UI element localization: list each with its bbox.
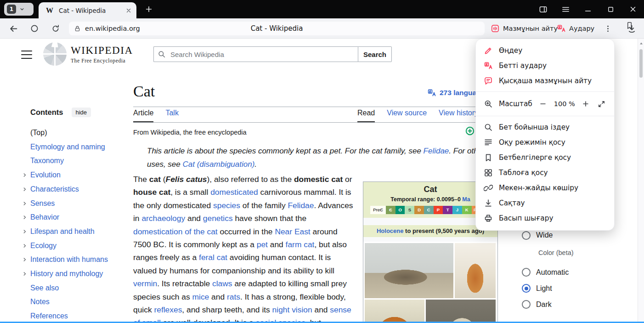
wiki-link[interactable]: rats bbox=[227, 292, 240, 301]
view-tab[interactable]: Read bbox=[357, 109, 375, 122]
wiki-link[interactable]: Felidae bbox=[288, 201, 314, 210]
chevron-right-icon[interactable] bbox=[22, 271, 28, 277]
toc-item[interactable]: Taxonomy bbox=[22, 154, 119, 168]
color-radio[interactable] bbox=[522, 284, 531, 293]
scrollbar[interactable] bbox=[638, 39, 644, 323]
wiki-link[interactable]: feral cat bbox=[199, 253, 227, 262]
wiki-link[interactable]: Cat (disambiguation) bbox=[183, 160, 255, 169]
maximize-button[interactable] bbox=[606, 5, 615, 14]
wiki-link[interactable]: vermin bbox=[133, 279, 157, 288]
new-tab-button[interactable] bbox=[143, 4, 154, 15]
holocene-link[interactable]: Holocene bbox=[377, 227, 404, 234]
browser-tab[interactable]: W Cat - Wikipedia bbox=[39, 2, 136, 18]
wiki-link[interactable]: night vision bbox=[272, 305, 312, 314]
wiki-link[interactable]: domesticated bbox=[210, 187, 258, 197]
color-option[interactable]: Automatic bbox=[522, 264, 569, 280]
wiki-link[interactable]: domestication of the cat bbox=[133, 227, 218, 236]
chevron-right-icon[interactable] bbox=[22, 215, 28, 220]
tab-counter-button[interactable]: 1 bbox=[4, 3, 34, 16]
ma-link[interactable]: Ma bbox=[462, 196, 470, 203]
wiki-link[interactable]: genetics bbox=[203, 214, 233, 223]
menu-item[interactable]: Басып шығару bbox=[476, 210, 614, 226]
toc-item[interactable]: Evolution bbox=[22, 168, 119, 182]
article-tab[interactable]: Article bbox=[133, 109, 153, 122]
address-bar[interactable]: en.wikipedia.org Cat - Wikipedia bbox=[69, 22, 485, 35]
toc-item[interactable]: Behavior bbox=[22, 210, 119, 225]
menu-item[interactable]: Сақтау bbox=[476, 195, 614, 210]
wiki-link[interactable]: species bbox=[213, 201, 240, 210]
wiki-link[interactable]: pet bbox=[257, 240, 268, 249]
zoom-in-button[interactable] bbox=[581, 98, 591, 109]
chevron-right-icon[interactable] bbox=[22, 243, 28, 249]
color-radio[interactable] bbox=[522, 268, 531, 277]
toc-item[interactable]: (Top) bbox=[22, 126, 119, 140]
toc-item[interactable]: References bbox=[22, 309, 119, 323]
minimize-button[interactable] bbox=[583, 5, 593, 14]
browser-menu-icon[interactable] bbox=[561, 5, 570, 14]
search-box[interactable] bbox=[153, 46, 358, 62]
translate-button[interactable]: Аудару bbox=[557, 23, 594, 34]
wiki-link[interactable]: Near East bbox=[275, 227, 310, 236]
toc-item[interactable]: Characteristics bbox=[22, 182, 119, 197]
toc-item[interactable]: Notes bbox=[22, 295, 119, 309]
sidebar-panel-icon[interactable] bbox=[538, 5, 548, 14]
wiki-link[interactable]: mice bbox=[192, 292, 209, 301]
menu-item[interactable]: Бетбелгілерге қосу bbox=[476, 150, 614, 165]
wiki-link[interactable]: archaeology bbox=[141, 214, 185, 223]
scrollbar-thumb[interactable] bbox=[639, 49, 643, 78]
wiki-link[interactable]: reflexes bbox=[154, 305, 182, 314]
menu-item[interactable]: Таблоға қосу bbox=[476, 165, 614, 180]
toc-item[interactable]: Ecology bbox=[22, 239, 119, 253]
toc-item[interactable]: Interaction with humans bbox=[22, 253, 119, 267]
menu-item[interactable]: Қысқаша мазмұнын айту bbox=[476, 73, 614, 88]
main-menu-icon[interactable] bbox=[21, 51, 32, 59]
wiki-link[interactable]: claws bbox=[212, 279, 232, 288]
toc-item[interactable]: Lifespan and health bbox=[22, 225, 119, 239]
article-tab[interactable]: Talk bbox=[165, 109, 178, 122]
tab-close-icon[interactable] bbox=[125, 7, 132, 14]
more-options-icon[interactable] bbox=[603, 23, 613, 34]
reload-icon[interactable] bbox=[51, 23, 61, 34]
toc-item[interactable]: Senses bbox=[22, 197, 119, 211]
toc-item[interactable]: See also bbox=[22, 281, 119, 295]
orange-tabby-face-photo[interactable] bbox=[365, 300, 424, 323]
view-tab[interactable]: View source bbox=[387, 109, 427, 122]
wide-radio[interactable] bbox=[522, 231, 531, 240]
chevron-right-icon[interactable] bbox=[22, 187, 28, 192]
toc-hide-button[interactable]: hide bbox=[72, 108, 91, 117]
profile-icon[interactable] bbox=[29, 23, 40, 34]
zoom-out-button[interactable] bbox=[538, 98, 548, 109]
search-input[interactable] bbox=[169, 50, 358, 59]
green-plus-icon[interactable] bbox=[465, 126, 475, 136]
scroll-up-arrow[interactable] bbox=[638, 40, 644, 47]
fullscreen-icon[interactable] bbox=[597, 98, 606, 109]
view-tab[interactable]: View history bbox=[439, 109, 478, 122]
chevron-right-icon[interactable] bbox=[22, 257, 28, 262]
color-radio[interactable] bbox=[522, 300, 531, 309]
chevron-right-icon[interactable] bbox=[22, 201, 28, 206]
toc-item[interactable]: History and mythology bbox=[22, 267, 119, 281]
toc-item[interactable]: Etymology and naming bbox=[22, 140, 119, 154]
menu-item[interactable]: Оқу режимін қосу bbox=[476, 135, 614, 150]
wiki-link[interactable]: farm cat bbox=[286, 240, 315, 249]
search-button[interactable]: Search bbox=[358, 46, 392, 62]
back-button[interactable] bbox=[8, 23, 18, 34]
color-option[interactable]: Dark bbox=[522, 296, 569, 312]
summarize-button[interactable]: Мазмұнын айту bbox=[491, 23, 558, 34]
text-segment: The bbox=[133, 175, 149, 184]
close-window-button[interactable] bbox=[628, 5, 638, 14]
color-option[interactable]: Light bbox=[522, 280, 569, 296]
menu-item[interactable]: Бетті аудару bbox=[476, 58, 614, 73]
menu-item[interactable]: Өңдеу bbox=[476, 43, 614, 58]
chevron-right-icon[interactable] bbox=[22, 172, 28, 178]
wiki-link[interactable]: Felidae bbox=[424, 147, 449, 155]
wikipedia-logo[interactable] bbox=[43, 42, 67, 66]
tabby-cat-on-ledge-photo[interactable] bbox=[365, 243, 453, 298]
menu-item[interactable]: Мекен-жайды көшіру bbox=[476, 180, 614, 195]
wikipedia-wordmark[interactable]: WIKIPEDIA The Free Encyclopedia bbox=[71, 45, 133, 63]
chevron-right-icon[interactable] bbox=[22, 229, 28, 234]
ginger-cat-sitting-photo[interactable] bbox=[455, 243, 496, 298]
downloads-icon[interactable] bbox=[627, 23, 637, 34]
menu-item[interactable]: Бет бойынша іздеу bbox=[476, 119, 614, 135]
cream-cat-photo[interactable] bbox=[426, 300, 496, 323]
